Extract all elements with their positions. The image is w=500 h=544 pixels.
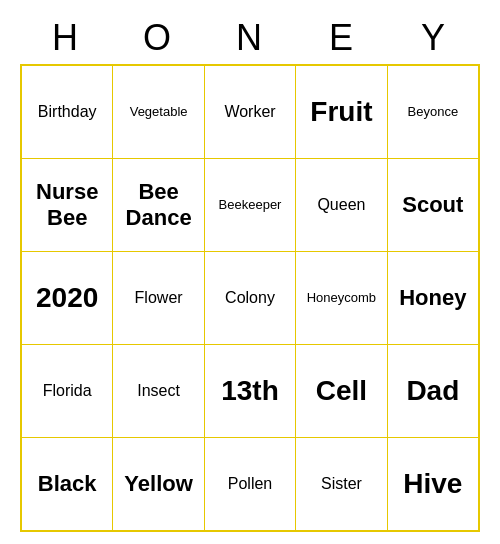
grid-cell-1-2: Beekeeper bbox=[205, 159, 296, 251]
grid-cell-1-0: Nurse Bee bbox=[22, 159, 113, 251]
grid-cell-0-1: Vegetable bbox=[113, 66, 204, 158]
grid-cell-3-4: Dad bbox=[388, 345, 478, 437]
grid-cell-3-2: 13th bbox=[205, 345, 296, 437]
header-letter-y: Y bbox=[388, 17, 480, 59]
grid-cell-0-2: Worker bbox=[205, 66, 296, 158]
grid-cell-4-0: Black bbox=[22, 438, 113, 530]
grid-row-1: Nurse BeeBee DanceBeekeeperQueenScout bbox=[22, 159, 478, 252]
grid-cell-2-0: 2020 bbox=[22, 252, 113, 344]
header-letter-o: O bbox=[112, 17, 204, 59]
grid-cell-4-2: Pollen bbox=[205, 438, 296, 530]
grid-cell-1-4: Scout bbox=[388, 159, 478, 251]
header-letter-h: H bbox=[20, 17, 112, 59]
header-letter-n: N bbox=[204, 17, 296, 59]
grid-cell-1-3: Queen bbox=[296, 159, 387, 251]
grid-cell-3-1: Insect bbox=[113, 345, 204, 437]
grid-cell-3-0: Florida bbox=[22, 345, 113, 437]
grid-cell-4-1: Yellow bbox=[113, 438, 204, 530]
grid-cell-0-3: Fruit bbox=[296, 66, 387, 158]
grid-row-0: BirthdayVegetableWorkerFruitBeyonce bbox=[22, 66, 478, 159]
grid-cell-4-4: Hive bbox=[388, 438, 478, 530]
grid-cell-1-1: Bee Dance bbox=[113, 159, 204, 251]
bingo-card: HONEY BirthdayVegetableWorkerFruitBeyonc… bbox=[20, 12, 480, 532]
header-row: HONEY bbox=[20, 12, 480, 64]
grid-cell-4-3: Sister bbox=[296, 438, 387, 530]
grid-cell-2-1: Flower bbox=[113, 252, 204, 344]
grid-cell-0-4: Beyonce bbox=[388, 66, 478, 158]
grid-cell-2-2: Colony bbox=[205, 252, 296, 344]
grid-cell-2-4: Honey bbox=[388, 252, 478, 344]
grid-cell-0-0: Birthday bbox=[22, 66, 113, 158]
grid-cell-2-3: Honeycomb bbox=[296, 252, 387, 344]
header-letter-e: E bbox=[296, 17, 388, 59]
grid-cell-3-3: Cell bbox=[296, 345, 387, 437]
grid-row-2: 2020FlowerColonyHoneycombHoney bbox=[22, 252, 478, 345]
bingo-grid: BirthdayVegetableWorkerFruitBeyonceNurse… bbox=[20, 64, 480, 532]
grid-row-4: BlackYellowPollenSisterHive bbox=[22, 438, 478, 530]
grid-row-3: FloridaInsect13thCellDad bbox=[22, 345, 478, 438]
